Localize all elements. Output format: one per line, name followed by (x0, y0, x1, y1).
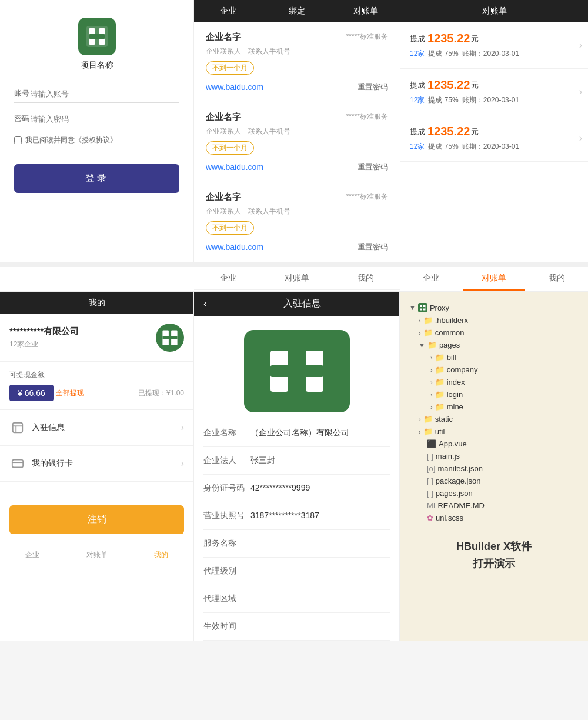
tree-package[interactable]: [ ] package.json (409, 475, 579, 487)
right-tab-bill[interactable]: 对账单 (463, 267, 526, 291)
checkin-field-legal: 企业法人 张三封 (203, 447, 390, 475)
account-field: 账号 (14, 85, 179, 103)
folder-icon: 📁 (423, 328, 433, 337)
entry-icon (9, 419, 26, 436)
right-tab-mine[interactable]: 我的 (525, 267, 588, 291)
my-balance: 可提现金额 ¥ 66.66 全部提现 已提现：¥1.00 (0, 362, 193, 410)
json-file-icon: [o] (427, 464, 435, 473)
tree-root[interactable]: ▼ Proxy (409, 301, 579, 314)
login-label: login (447, 390, 463, 399)
company-arrow-icon: › (430, 366, 433, 374)
login-panel: 项目名称 账号 密码 我已阅读并同意《授权协议》 登录 (0, 0, 194, 262)
js-file-icon: [ ] (427, 452, 433, 461)
mid-tab-enterprise[interactable]: 企业 (194, 267, 263, 289)
login-arrow-icon: › (430, 391, 433, 398)
bill-item[interactable]: 提成 1235.22 元 12家 提成 75% 账期：2020-03-01 › (400, 115, 588, 162)
reset-password[interactable]: 重置密码 (358, 162, 388, 172)
login-button[interactable]: 登录 (14, 164, 179, 193)
account-input[interactable] (31, 89, 179, 98)
field-label-id: 身份证号码 (203, 483, 250, 494)
right-tabs-area: 企业 对账单 我的 (400, 267, 588, 291)
company-item[interactable]: 企业名字 *****标准服务 企业联系人联系人手机号 不到一个月 www.bai… (194, 182, 400, 262)
mid-tab-mine[interactable]: 我的 (331, 267, 400, 289)
logo-icon (78, 18, 116, 55)
json-file-icon3: [ ] (427, 489, 433, 498)
tree-mine[interactable]: › 📁 mine (409, 401, 579, 413)
tree-main-js[interactable]: [ ] main.js (409, 450, 579, 462)
tree-util[interactable]: › 📁 util (409, 425, 579, 438)
bill-arrow-icon: › (579, 133, 582, 144)
bill-item[interactable]: 提成 1235.22 元 12家 提成 75% 账期：2020-03-01 › (400, 22, 588, 69)
tree-common[interactable]: › 📁 common (409, 326, 579, 339)
company-item[interactable]: 企业名字 *****标准服务 企业联系人联系人手机号 不到一个月 www.bai… (194, 22, 400, 102)
reset-password[interactable]: 重置密码 (358, 82, 388, 92)
tree-app-vue[interactable]: ⬛ App.vue (409, 438, 579, 450)
company-tab-bind[interactable]: 绑定 (263, 0, 332, 22)
tree-pages-json[interactable]: [ ] pages.json (409, 487, 579, 499)
company-name: 企业名字 (206, 192, 241, 203)
readme-label: README.MD (437, 501, 484, 510)
bill-label: bill (447, 353, 456, 362)
entry-info-menu[interactable]: 入驻信息 › (0, 410, 193, 446)
expand-arrow-icon: ▼ (409, 304, 416, 311)
tree-index[interactable]: › 📁 index (409, 376, 579, 388)
svg-rect-6 (162, 336, 177, 339)
bill-arrow-icon: › (579, 40, 582, 51)
bill-count[interactable]: 12家 (410, 95, 425, 105)
tree-readme[interactable]: MI README.MD (409, 499, 579, 512)
bill-count[interactable]: 12家 (410, 142, 425, 152)
folder-icon: 📁 (435, 402, 445, 411)
balance-label: 可提现金额 (9, 370, 184, 380)
password-input[interactable] (31, 115, 179, 124)
hbuilderx-arrow-icon: › (419, 317, 421, 324)
company-tab-bill[interactable]: 对账单 (331, 0, 400, 22)
pages-json-label: pages.json (436, 489, 473, 498)
logout-button[interactable]: 注销 (9, 505, 184, 534)
static-arrow-icon: › (419, 416, 421, 423)
bank-arrow-icon: › (181, 458, 184, 469)
bottom-nav-mine[interactable]: 我的 (129, 544, 193, 566)
field-label-proxy-region: 代理区域 (203, 594, 250, 604)
withdraw-all-button[interactable]: 全部提现 (56, 388, 84, 398)
folder-icon: 📁 (435, 365, 445, 374)
mine-label: mine (447, 402, 463, 411)
pages-arrow-icon: ▼ (419, 342, 425, 349)
bill-ti-label: 提成 (410, 80, 425, 91)
company-service: *****标准服务 (346, 192, 388, 202)
folder-icon: 📁 (435, 390, 445, 399)
back-button[interactable]: ‹ (203, 298, 207, 310)
app-vue-label: App.vue (439, 439, 467, 448)
company-url[interactable]: www.baidu.com (206, 82, 263, 92)
password-field: 密码 (14, 110, 179, 128)
static-label: static (435, 415, 453, 424)
checkin-header: ‹ 入驻信息 (194, 292, 399, 316)
company-url[interactable]: www.baidu.com (206, 242, 263, 252)
mid-tab-bill[interactable]: 对账单 (263, 267, 332, 289)
tree-hbuilderx[interactable]: › 📁 .hbuilderx (409, 314, 579, 326)
bottom-nav-bill[interactable]: 对账单 (65, 544, 129, 566)
tree-company[interactable]: › 📁 company (409, 364, 579, 376)
company-tab-enterprise[interactable]: 企业 (194, 0, 263, 22)
tree-login[interactable]: › 📁 login (409, 388, 579, 401)
bill-count[interactable]: 12家 (410, 49, 425, 59)
tree-bill[interactable]: › 📁 bill (409, 351, 579, 364)
bill-item[interactable]: 提成 1235.22 元 12家 提成 75% 账期：2020-03-01 › (400, 69, 588, 115)
my-sub-count: 12家企业 (9, 339, 79, 349)
tree-static[interactable]: › 📁 static (409, 413, 579, 425)
tree-manifest[interactable]: [o] manifest.json (409, 462, 579, 475)
bank-card-menu[interactable]: 我的银行卡 › (0, 446, 193, 482)
tree-uni-scss[interactable]: ✿ uni.scss (409, 512, 579, 524)
bottom-nav-enterprise[interactable]: 企业 (0, 544, 65, 566)
root-label: Proxy (430, 304, 449, 312)
password-label: 密码 (14, 114, 31, 124)
index-arrow-icon: › (430, 379, 433, 386)
reset-password[interactable]: 重置密码 (358, 242, 388, 252)
bill-header: 对账单 (400, 0, 588, 22)
company-item[interactable]: 企业名字 *****标准服务 企业联系人联系人手机号 不到一个月 www.bai… (194, 102, 400, 182)
balance-display: ¥ 66.66 (9, 385, 54, 401)
my-panel: 我的 **********有限公司 12家企业 可提现金额 ¥ 66.66 全部… (0, 292, 194, 641)
company-url[interactable]: www.baidu.com (206, 162, 263, 172)
tree-pages[interactable]: ▼ 📁 pages (409, 339, 579, 351)
agreement-checkbox[interactable] (14, 136, 22, 144)
right-tab-enterprise[interactable]: 企业 (400, 267, 463, 291)
